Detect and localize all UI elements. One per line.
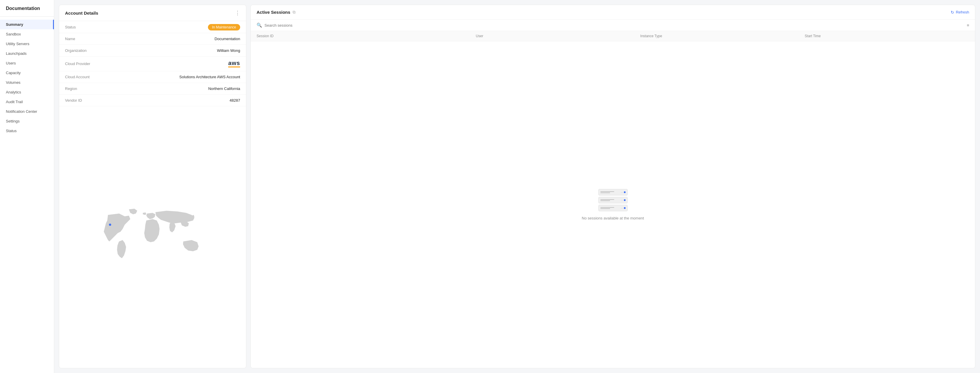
sidebar-item-settings[interactable]: Settings xyxy=(0,116,54,126)
detail-row-cloud-provider: Cloud Provider aws xyxy=(59,57,246,71)
account-details-panel: Account Details ⋮ StatusIn MaintenanceNa… xyxy=(59,5,246,368)
search-icon: 🔍 xyxy=(256,22,262,28)
empty-sessions-message: No sessions available at the moment xyxy=(582,216,644,220)
detail-label: Vendor ID xyxy=(65,98,82,102)
detail-value: Solutions Architecture AWS Account xyxy=(179,75,240,79)
server-line xyxy=(600,199,614,200)
server-dots-3: ··· xyxy=(621,207,625,209)
account-details-title: Account Details xyxy=(65,11,98,16)
account-details-menu-icon[interactable]: ⋮ xyxy=(235,10,240,16)
server-icon-group: ··· ··· xyxy=(598,189,628,211)
sessions-panel-header: Active Sessions ⧉ ↻ Refresh xyxy=(251,5,975,20)
aws-logo: aws xyxy=(228,60,240,67)
account-details-header: Account Details ⋮ xyxy=(59,5,246,21)
server-lines-1 xyxy=(600,191,620,193)
col-header-session-id: Session ID xyxy=(256,34,476,38)
detail-row-organization: OrganizationWilliam Wong xyxy=(59,45,246,57)
status-badge: In Maintenance xyxy=(208,24,240,30)
server-icon-row-1: ··· xyxy=(598,189,628,195)
server-dot xyxy=(624,191,625,193)
server-ellipsis: ··· xyxy=(621,191,623,194)
active-sessions-panel: Active Sessions ⧉ ↻ Refresh 🔍 ≡ Session … xyxy=(250,5,975,368)
server-line xyxy=(600,193,610,193)
detail-label: Organization xyxy=(65,48,87,53)
sessions-title-group: Active Sessions ⧉ xyxy=(256,10,296,14)
server-icon-row-2: ··· xyxy=(598,197,628,203)
server-dots-2: ··· xyxy=(621,199,625,202)
detail-label: Cloud Provider xyxy=(65,62,90,66)
col-header-start-time: Start Time xyxy=(805,34,969,38)
detail-row-status: StatusIn Maintenance xyxy=(59,21,246,33)
detail-value: 48287 xyxy=(230,98,240,102)
server-lines-3 xyxy=(600,207,620,209)
sidebar-item-summary[interactable]: Summary xyxy=(0,20,54,29)
sidebar-item-volumes[interactable]: Volumes xyxy=(0,78,54,87)
sidebar-item-analytics[interactable]: Analytics xyxy=(0,87,54,97)
sidebar-item-users[interactable]: Users xyxy=(0,58,54,68)
server-line xyxy=(600,191,614,192)
aws-underline xyxy=(228,67,240,67)
sidebar-item-capacity[interactable]: Capacity xyxy=(0,68,54,78)
refresh-icon: ↻ xyxy=(951,10,954,14)
sessions-table-header: Session ID User Instance Type Start Time xyxy=(251,31,975,41)
col-header-user: User xyxy=(476,34,640,38)
search-bar: 🔍 ≡ xyxy=(251,20,975,31)
server-lines-2 xyxy=(600,199,620,201)
server-ellipsis: ··· xyxy=(621,207,623,209)
detail-label: Cloud Account xyxy=(65,75,90,79)
server-line xyxy=(600,207,614,208)
detail-value: Northern California xyxy=(208,86,240,91)
detail-row-region: RegionNorthern California xyxy=(59,83,246,95)
filter-icon[interactable]: ≡ xyxy=(967,23,969,27)
empty-sessions-state: ··· ··· xyxy=(251,41,975,368)
detail-row-vendor-id: Vendor ID48287 xyxy=(59,95,246,106)
sidebar: Documentation SummarySandboxUtility Serv… xyxy=(0,0,54,373)
aws-text: aws xyxy=(228,60,240,66)
server-icon-row-3: ··· xyxy=(598,205,628,211)
detail-label: Status xyxy=(65,25,76,29)
sessions-panel-title: Active Sessions xyxy=(256,10,290,14)
sidebar-item-notification-center[interactable]: Notification Center xyxy=(0,107,54,116)
search-input[interactable] xyxy=(264,23,964,27)
server-dots-1: ··· xyxy=(621,191,625,194)
main-content: Account Details ⋮ StatusIn MaintenanceNa… xyxy=(54,0,980,373)
detail-value: William Wong xyxy=(217,48,240,53)
server-dot xyxy=(624,207,625,209)
world-map-area xyxy=(59,106,246,368)
refresh-button[interactable]: ↻ Refresh xyxy=(951,10,969,14)
sidebar-item-status[interactable]: Status xyxy=(0,126,54,135)
sidebar-item-sandbox[interactable]: Sandbox xyxy=(0,29,54,39)
world-map xyxy=(65,207,240,265)
svg-point-1 xyxy=(110,224,111,225)
detail-row-name: NameDocumentation xyxy=(59,33,246,45)
col-header-instance-type: Instance Type xyxy=(640,34,805,38)
detail-label: Name xyxy=(65,37,75,41)
server-line xyxy=(600,208,610,209)
sidebar-logo: Documentation xyxy=(0,6,54,17)
refresh-label: Refresh xyxy=(956,10,969,14)
copy-icon[interactable]: ⧉ xyxy=(293,10,296,14)
server-line xyxy=(600,201,610,201)
server-ellipsis: ··· xyxy=(621,199,623,202)
detail-row-cloud-account: Cloud AccountSolutions Architecture AWS … xyxy=(59,71,246,83)
sidebar-item-launchpads[interactable]: Launchpads xyxy=(0,49,54,58)
sidebar-item-utility-servers[interactable]: Utility Servers xyxy=(0,39,54,49)
sidebar-item-audit-trail[interactable]: Audit Trail xyxy=(0,97,54,107)
server-dot xyxy=(624,199,625,201)
detail-value: Documentation xyxy=(215,37,240,41)
detail-label: Region xyxy=(65,86,77,91)
